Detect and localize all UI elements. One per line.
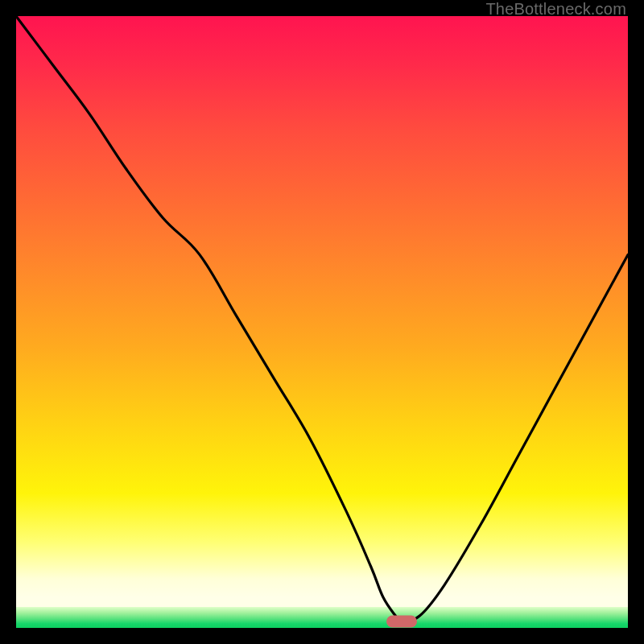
- bottleneck-curve: [16, 16, 628, 628]
- plot-area: [16, 16, 628, 628]
- optimal-marker: [386, 616, 417, 628]
- chart-frame: TheBottleneck.com: [0, 0, 644, 644]
